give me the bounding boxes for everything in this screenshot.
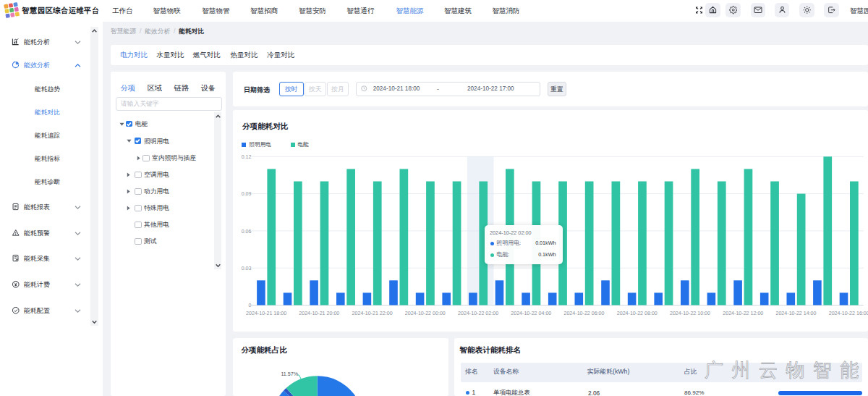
svg-text:2024-10-21 18:00: 2024-10-21 18:00: [246, 311, 286, 316]
svg-text:2024-10-22 16:00: 2024-10-22 16:00: [829, 311, 868, 316]
svg-text:2024-10-22 12:00: 2024-10-22 12:00: [723, 311, 763, 316]
svg-text:2024-10-22 10:00: 2024-10-22 10:00: [670, 311, 710, 316]
svg-text:2024-10-22 02:00: 2024-10-22 02:00: [458, 311, 498, 316]
svg-text:0.03: 0.03: [242, 266, 252, 271]
svg-text:0.09: 0.09: [242, 191, 252, 197]
svg-text:2024-10-21 20:00: 2024-10-21 20:00: [299, 311, 339, 316]
svg-text:2024-10-22 00:00: 2024-10-22 00:00: [405, 311, 446, 316]
svg-text:0: 0: [249, 303, 252, 308]
svg-text:2024-10-22 04:00: 2024-10-22 04:00: [511, 311, 551, 316]
svg-text:0.06: 0.06: [242, 229, 252, 235]
svg-text:2024-10-22 08:00: 2024-10-22 08:00: [617, 311, 658, 316]
svg-text:2024-10-21 22:00: 2024-10-21 22:00: [352, 311, 393, 316]
svg-text:11.57%: 11.57%: [281, 371, 298, 377]
svg-text:0.12: 0.12: [242, 154, 252, 160]
svg-text:2024-10-22 06:00: 2024-10-22 06:00: [563, 311, 604, 316]
svg-text:2024-10-22 14:00: 2024-10-22 14:00: [775, 311, 816, 316]
